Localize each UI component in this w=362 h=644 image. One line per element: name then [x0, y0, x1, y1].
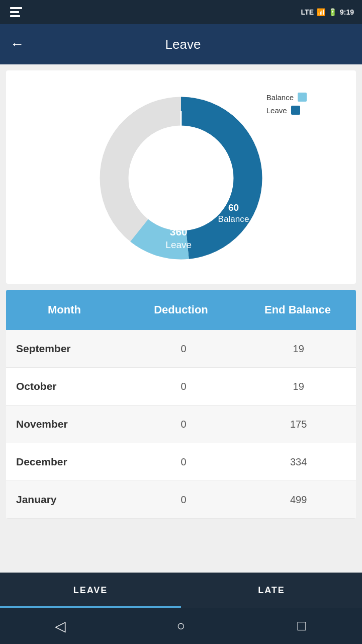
status-bar-left: [8, 4, 24, 20]
tab-leave[interactable]: LEAVE: [0, 573, 181, 608]
table-header: Month Deduction End Balance: [6, 290, 356, 330]
app-bar: ← Leave: [0, 24, 362, 64]
back-button[interactable]: ←: [10, 36, 24, 52]
cell-end-balance: 19: [241, 381, 356, 392]
cell-end-balance: 499: [241, 494, 356, 506]
svg-text:Balance: Balance: [218, 214, 249, 224]
cell-deduction: 0: [126, 456, 241, 468]
chart-area: 60 Balance 360 Leave Balance Leave: [16, 83, 346, 274]
system-nav-bar: ◁ ○ □: [0, 608, 362, 644]
legend-balance-dot: [298, 93, 307, 102]
bottom-tabs: LEAVE LATE: [0, 573, 362, 608]
main-content: 60 Balance 360 Leave Balance Leave: [0, 64, 362, 573]
cell-month: November: [6, 418, 126, 430]
data-table: Month Deduction End Balance September 0 …: [6, 290, 356, 519]
cell-month: January: [6, 494, 126, 506]
table-row: January 0 499: [6, 481, 356, 519]
cell-end-balance: 334: [241, 456, 356, 468]
cell-end-balance: 19: [241, 343, 356, 355]
svg-text:Leave: Leave: [165, 239, 192, 250]
cell-deduction: 0: [126, 381, 241, 392]
header-deduction: Deduction: [123, 303, 239, 316]
donut-chart: 60 Balance 360 Leave Balance Leave: [85, 83, 277, 274]
bottom-navigation: LEAVE LATE ◁ ○ □: [0, 573, 362, 644]
table-body: September 0 19 October 0 19 November 0 1…: [6, 330, 356, 519]
table-row: November 0 175: [6, 406, 356, 443]
app-logo: [8, 4, 24, 20]
cell-deduction: 0: [126, 343, 241, 355]
page-title: Leave: [34, 37, 332, 52]
svg-text:360: 360: [170, 226, 188, 237]
cell-deduction: 0: [126, 494, 241, 506]
table-row: October 0 19: [6, 368, 356, 406]
legend-leave: Leave: [266, 106, 307, 115]
clock: 9:19: [340, 8, 354, 16]
legend-leave-dot: [291, 106, 300, 115]
legend-balance: Balance: [266, 93, 307, 102]
status-bar: LTE 📶 🔋 9:19: [0, 0, 362, 24]
cell-month: December: [6, 456, 126, 468]
svg-point-6: [129, 126, 232, 229]
chart-card: 60 Balance 360 Leave Balance Leave: [6, 70, 356, 284]
signal-icon: 📶: [317, 8, 325, 16]
svg-rect-2: [10, 15, 20, 17]
header-end-balance: End Balance: [239, 303, 356, 316]
back-nav-button[interactable]: ◁: [45, 611, 75, 641]
recent-nav-button[interactable]: □: [287, 611, 317, 641]
cell-month: September: [6, 343, 126, 355]
home-nav-button[interactable]: ○: [166, 611, 196, 641]
tab-late[interactable]: LATE: [181, 573, 362, 608]
network-indicator: LTE: [301, 8, 314, 16]
chart-legend: Balance Leave: [266, 93, 307, 115]
tab-late-label: LATE: [258, 585, 285, 596]
svg-rect-1: [10, 11, 19, 13]
tab-leave-label: LEAVE: [73, 585, 108, 596]
legend-balance-label: Balance: [266, 93, 294, 102]
svg-rect-0: [10, 7, 22, 9]
status-bar-right: LTE 📶 🔋 9:19: [301, 8, 354, 16]
cell-month: October: [6, 380, 126, 392]
legend-leave-label: Leave: [266, 106, 287, 115]
header-month: Month: [6, 303, 123, 316]
cell-end-balance: 175: [241, 419, 356, 430]
table-row: September 0 19: [6, 330, 356, 368]
cell-deduction: 0: [126, 419, 241, 430]
battery-icon: 🔋: [328, 8, 337, 16]
svg-text:60: 60: [228, 202, 239, 213]
table-row: December 0 334: [6, 443, 356, 481]
